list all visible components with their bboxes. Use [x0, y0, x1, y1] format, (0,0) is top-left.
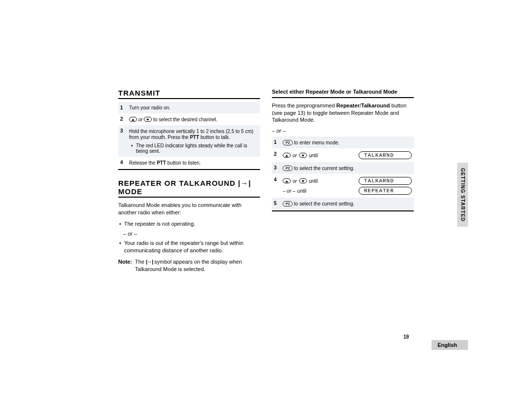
or-separator: – or – [123, 231, 260, 237]
subhead-select-mode: Select either Repeater Mode or Talkaroun… [272, 89, 414, 98]
language-tab: English [432, 340, 468, 350]
talkaround-bullets: The repeater is not operating. [118, 220, 260, 228]
p2-button-icon: P2 [283, 201, 293, 206]
down-arrow-icon [299, 153, 307, 158]
right-column: Select either Repeater Mode or Talkaroun… [272, 89, 414, 273]
heading-transmit: TRANSMIT [118, 89, 260, 99]
transmit-step-3: 3 Hold the microphone vertically 1 to 2 … [118, 125, 260, 157]
page-number: 19 [403, 334, 409, 340]
talkaround-bullet-1: The repeater is not operating. [118, 220, 260, 228]
transmit-step-3-bullet: The red LED indicator lights steady whil… [132, 143, 258, 154]
p2-button-icon: P2 [283, 140, 293, 145]
select-step-2: 2 or until TALKARND [272, 148, 414, 162]
talkaround-note: Note: The |→| symbol appears on the disp… [118, 258, 260, 273]
talkaround-bullet-2: Your radio is out of the repeater's rang… [118, 240, 260, 254]
heading-repeater-talkaround: REPEATER OR TALKAROUND |→| MODE [118, 179, 260, 198]
up-arrow-icon [283, 153, 291, 158]
section-tab: GETTING STARTED [457, 163, 468, 227]
down-arrow-icon [299, 178, 307, 183]
up-arrow-icon [129, 117, 137, 122]
transmit-step-4: 4 Release the PTT button to listen. [118, 157, 260, 169]
left-column: TRANSMIT 1 Turn your radio on. 2 or to s… [118, 89, 260, 273]
display-talkarnd: TALKARND [359, 151, 412, 159]
select-step-1: 1 P2 to enter menu mode. [272, 137, 414, 148]
display-repeater: REPEATER [359, 187, 412, 195]
p2-button-icon: P2 [283, 166, 293, 171]
up-arrow-icon [283, 178, 291, 183]
or-separator-right: – or – [272, 128, 414, 134]
select-mode-paragraph: Press the preprogrammed Repeater/Talkaro… [272, 102, 414, 124]
select-step-3: 3 P2 to select the current setting. [272, 162, 414, 174]
display-talkarnd-2: TALKARND [359, 177, 412, 185]
talkaround-icon: |→| [146, 258, 153, 266]
select-step-4: 4 or until TALKARND – or – until [272, 174, 414, 198]
select-step-5: 5 P2 to select the current setting. [272, 198, 414, 209]
transmit-step-1: 1 Turn your radio on. [118, 102, 260, 113]
talkaround-intro: Talkaround Mode enables you to communica… [118, 202, 260, 216]
select-mode-steps: 1 P2 to enter menu mode. 2 or until TALK… [272, 137, 414, 211]
transmit-step-2: 2 or to select the desired channel. [118, 113, 260, 125]
down-arrow-icon [144, 117, 152, 122]
transmit-steps: 1 Turn your radio on. 2 or to select the… [118, 102, 260, 170]
